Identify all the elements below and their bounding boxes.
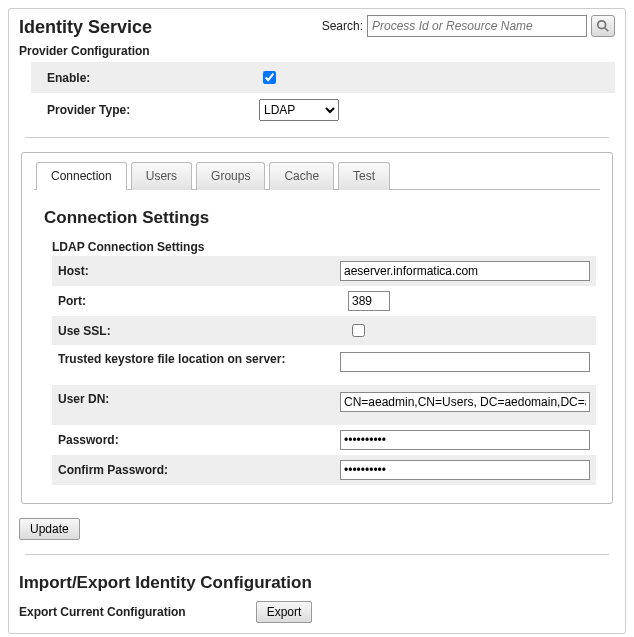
keystore-input[interactable] [340,352,590,372]
search-area: Search: [322,15,615,37]
use-ssl-checkbox[interactable] [352,324,365,337]
port-row: Port: [52,286,596,316]
search-label: Search: [322,19,363,33]
tab-content: Connection Settings LDAP Connection Sett… [34,190,600,485]
search-button[interactable] [591,15,615,37]
userdn-input[interactable] [340,392,590,412]
main-panel: Identity Service Search: Provider Config… [8,8,626,634]
host-row: Host: [52,256,596,286]
import-export-title: Import/Export Identity Configuration [19,573,615,593]
keystore-label: Trusted keystore file location on server… [58,352,340,366]
separator [25,137,609,138]
page-title: Identity Service [19,17,152,38]
password-label: Password: [58,433,340,447]
svg-line-1 [605,27,609,31]
userdn-label: User DN: [58,392,340,406]
confirm-password-row: Confirm Password: [52,455,596,485]
host-label: Host: [58,264,340,278]
provider-type-row: Provider Type: LDAP [31,93,615,127]
confirm-password-label: Confirm Password: [58,463,340,477]
export-row: Export Current Configuration Export [19,601,615,623]
keystore-row: Trusted keystore file location on server… [52,345,596,385]
ldap-settings: Host: Port: Use SSL: Trusted keystore fi… [52,256,596,485]
enable-row: Enable: [31,62,615,93]
search-icon [596,19,610,33]
connection-settings-title: Connection Settings [44,208,596,228]
enable-checkbox[interactable] [263,71,276,84]
password-input[interactable] [340,430,590,450]
confirm-password-input[interactable] [340,460,590,480]
svg-point-0 [598,20,606,28]
use-ssl-row: Use SSL: [52,316,596,345]
tab-users[interactable]: Users [131,162,192,190]
provider-type-select[interactable]: LDAP [259,99,339,121]
export-button[interactable]: Export [256,601,313,623]
port-label: Port: [58,294,348,308]
tab-bar: Connection Users Groups Cache Test [34,161,600,190]
tab-cache[interactable]: Cache [269,162,334,190]
provider-form: Enable: Provider Type: LDAP [19,62,615,127]
header-row: Identity Service Search: [19,13,615,38]
userdn-row: User DN: [52,385,596,425]
provider-subtitle: Provider Configuration [19,44,615,58]
ldap-subsection-title: LDAP Connection Settings [52,240,596,254]
host-input[interactable] [340,261,590,281]
search-input[interactable] [367,15,587,37]
update-button[interactable]: Update [19,518,80,540]
tab-test[interactable]: Test [338,162,390,190]
tab-panel: Connection Users Groups Cache Test Conne… [21,152,613,504]
separator-2 [25,554,609,555]
update-row: Update [19,518,615,540]
enable-label: Enable: [39,71,259,85]
provider-type-label: Provider Type: [39,103,259,117]
use-ssl-label: Use SSL: [58,324,348,338]
password-row: Password: [52,425,596,455]
tab-connection[interactable]: Connection [36,162,127,190]
export-label: Export Current Configuration [19,605,186,619]
tab-groups[interactable]: Groups [196,162,265,190]
port-input[interactable] [348,291,390,311]
